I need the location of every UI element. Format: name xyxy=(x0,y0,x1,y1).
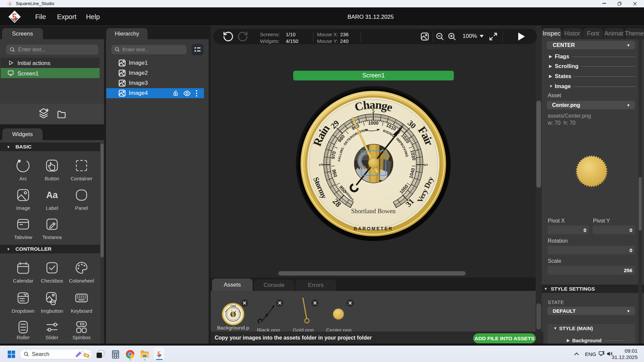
svg-text:Change: Change xyxy=(230,305,236,307)
svg-text:Aa: Aa xyxy=(46,190,58,200)
